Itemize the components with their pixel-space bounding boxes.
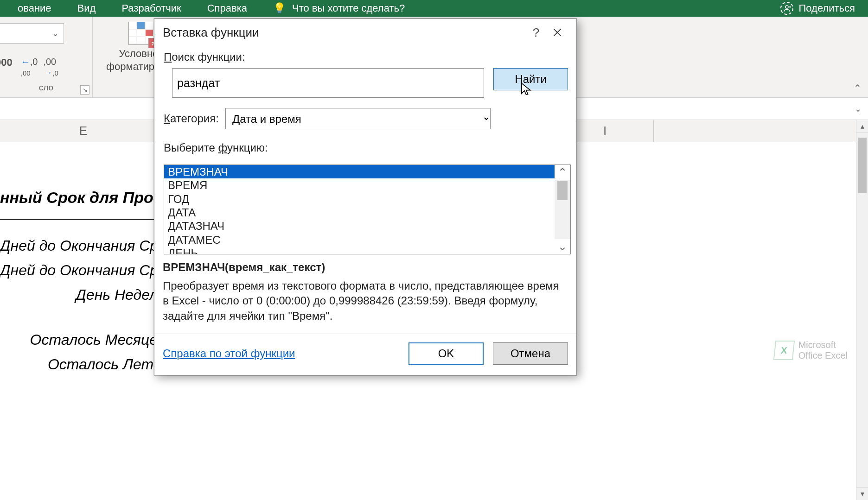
dialog-close-button[interactable] — [547, 23, 568, 42]
svg-point-0 — [785, 6, 788, 8]
cancel-button[interactable]: Отмена — [493, 342, 568, 365]
vertical-scrollbar[interactable]: ▴ ▾ — [856, 120, 868, 500]
function-item-4[interactable]: ДАТАЗНАЧ — [164, 219, 555, 233]
scrollbar-thumb[interactable] — [858, 138, 867, 193]
function-item-3[interactable]: ДАТА — [164, 206, 555, 219]
select-function-label: Выберите функцию: — [164, 141, 568, 154]
group-label-number: сло — [8, 82, 84, 95]
ribbon-tabs: ование Вид Разработчик Справка 💡 Что вы … — [0, 0, 868, 17]
listbox-scrollbar[interactable]: ⌃ ⌄ — [555, 165, 570, 254]
increase-decimal-button[interactable]: ←,0,00 — [21, 57, 38, 78]
dialog-help-button[interactable]: ? — [525, 23, 547, 42]
function-item-0[interactable]: ВРЕМЗНАЧ — [164, 165, 555, 178]
ribbon-tab-developer[interactable]: Разработчик — [108, 2, 194, 14]
share-button[interactable]: Поделиться — [780, 2, 863, 15]
sheet-row-4: Осталось Месяце — [0, 328, 158, 352]
ribbon-group-number: ⌄ 000 ←,0,00 ,00→,0 сло ↘ — [0, 17, 93, 97]
excel-logo-icon: X — [773, 341, 794, 360]
find-button[interactable]: Найти — [493, 68, 568, 90]
chevron-down-icon: ⌄ — [52, 28, 59, 38]
tell-me-label: Что вы хотите сделать? — [292, 2, 405, 14]
search-function-label: Поиск функции: — [164, 51, 568, 63]
ribbon-tab-0[interactable]: ование — [5, 2, 64, 14]
function-item-5[interactable]: ДАТАМЕС — [164, 233, 555, 247]
column-header-e[interactable]: E — [0, 120, 167, 142]
tell-me-search[interactable]: 💡 Что вы хотите сделать? — [260, 2, 418, 14]
watermark-line2: Office Excel — [798, 350, 848, 361]
dialog-titlebar[interactable]: Вставка функции ? — [154, 19, 576, 46]
sheet-row-3: День Недел — [0, 283, 158, 307]
function-item-1[interactable]: ВРЕМЯ — [164, 178, 555, 192]
dialog-title: Вставка функции — [163, 25, 259, 40]
ribbon-tab-view[interactable]: Вид — [64, 2, 109, 14]
collapse-ribbon-button[interactable]: ⌃ — [854, 82, 862, 94]
thousands-separator-button[interactable]: 000 — [0, 57, 13, 78]
function-item-6[interactable]: ДЕНЬ — [164, 247, 555, 254]
number-format-dropdown[interactable]: ⌄ — [0, 23, 64, 44]
ok-button[interactable]: OK — [408, 342, 484, 365]
category-label: Категория: — [164, 112, 219, 125]
listbox-scroll-thumb[interactable] — [557, 181, 568, 200]
function-signature: ВРЕМЗНАЧ(время_как_текст) — [163, 261, 568, 274]
close-icon — [552, 27, 562, 38]
search-function-input[interactable] — [172, 68, 484, 98]
function-listbox[interactable]: ВРЕМЗНАЧ ВРЕМЯ ГОД ДАТА ДАТАЗНАЧ ДАТАМЕС… — [164, 165, 571, 254]
listbox-scroll-down[interactable]: ⌄ — [555, 239, 570, 254]
dialog-launcher-number[interactable]: ↘ — [80, 85, 89, 95]
function-item-2[interactable]: ГОД — [164, 192, 555, 206]
share-icon — [780, 2, 793, 15]
ribbon-tab-help[interactable]: Справка — [194, 2, 260, 14]
category-select[interactable]: Дата и время — [225, 108, 491, 129]
find-button-label: Найти — [515, 73, 546, 86]
watermark-line1: Microsoft — [798, 340, 848, 350]
function-description: Преобразует время из текстового формата … — [163, 278, 568, 323]
scroll-down-button[interactable]: ▾ — [856, 487, 868, 500]
sheet-row-5: Осталось Лет: — [0, 352, 158, 377]
lightbulb-icon: 💡 — [273, 2, 286, 14]
scroll-up-button[interactable]: ▴ — [856, 120, 868, 133]
share-label: Поделиться — [799, 2, 855, 14]
insert-function-dialog: Вставка функции ? Поиск функции: Найти К… — [154, 19, 577, 375]
decrease-decimal-button[interactable]: ,00→,0 — [43, 57, 58, 78]
listbox-scroll-up[interactable]: ⌃ — [555, 165, 570, 180]
function-help-link[interactable]: Справка по этой функции — [163, 347, 295, 360]
expand-formula-bar-button[interactable]: ⌄ — [855, 104, 862, 114]
watermark: X Microsoft Office Excel — [774, 340, 848, 361]
